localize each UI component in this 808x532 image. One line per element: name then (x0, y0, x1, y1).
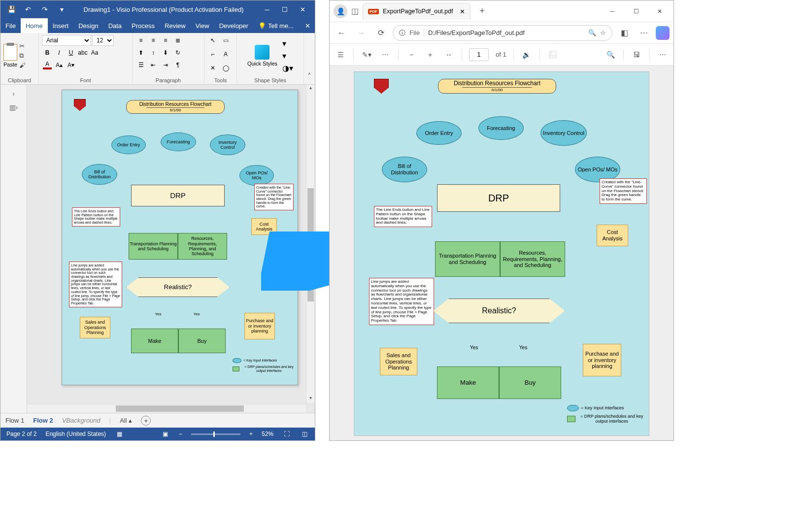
close-button[interactable]: ✕ (294, 2, 311, 16)
align-left-button[interactable]: ≡ (135, 35, 146, 46)
tab-home[interactable]: Home (21, 18, 48, 33)
page-tab-flow2[interactable]: Flow 2 (33, 417, 53, 424)
read-aloud-icon[interactable]: 🔉 (521, 49, 533, 61)
node-forecasting[interactable]: Forecasting (161, 133, 196, 151)
effects-button[interactable]: ◑▾ (282, 64, 293, 73)
pdf-viewport[interactable]: Distribution Resources Flowchart 6/1/00 … (330, 66, 673, 440)
zoom-out-button[interactable]: − (179, 431, 182, 437)
paste-button[interactable]: Paste (3, 44, 17, 67)
close-ribbon-button[interactable]: ✕ (300, 22, 315, 30)
text-tool-button[interactable]: A (220, 49, 231, 60)
tab-process[interactable]: Process (127, 18, 160, 33)
split-screen-icon[interactable]: ◧ (616, 25, 632, 41)
ellipse-tool-button[interactable]: ◯ (220, 63, 231, 73)
node-bill-distribution[interactable]: Bill of Distribution (82, 164, 117, 185)
browser-tab-pdf[interactable]: PDF ExportPageToPdf_out.pdf ✕ (363, 3, 471, 20)
redo-icon[interactable]: ↷ (38, 2, 52, 16)
text-direction-button[interactable]: ↻ (172, 47, 183, 58)
tab-review[interactable]: Review (160, 18, 191, 33)
zoom-in-button[interactable]: + (424, 49, 436, 61)
add-page-button[interactable]: + (141, 416, 151, 426)
line-button[interactable]: ▾ (282, 51, 293, 61)
page-view-icon[interactable]: ⿺ (547, 49, 559, 61)
page-tab-flow1[interactable]: Flow 1 (5, 417, 24, 424)
save-pdf-icon[interactable]: 🖫 (631, 49, 642, 61)
new-tab-button[interactable]: + (474, 4, 489, 19)
tab-developer[interactable]: Developer (214, 18, 253, 33)
workspaces-icon[interactable]: ◫ (351, 6, 359, 16)
shrink-font-button[interactable]: A▾ (66, 60, 76, 70)
node-resources[interactable]: Resources, Requirements, Planning, and S… (178, 233, 227, 260)
refresh-button[interactable]: ⟳ (373, 25, 389, 41)
font-color-button[interactable]: A (42, 60, 53, 70)
address-bar[interactable]: ⓘ File D:/Files/ExportPageToPdf_out.pdf … (393, 25, 612, 41)
paragraph-spacing-button[interactable]: ¶ (172, 60, 183, 70)
zoom-percent[interactable]: 52% (262, 431, 273, 437)
node-drp[interactable]: DRP (131, 185, 225, 206)
node-inventory-control[interactable]: Inventory Control (210, 134, 245, 155)
node-make[interactable]: Make (131, 329, 178, 353)
profile-avatar-icon[interactable]: 👤 (334, 4, 347, 18)
note-line-jumps[interactable]: Line jumps are added automatically when … (69, 262, 122, 307)
back-button[interactable]: ← (334, 25, 349, 41)
node-order-entry[interactable]: Order Entry (111, 135, 146, 154)
copy-icon[interactable]: ⧉ (19, 52, 26, 60)
strike-button[interactable]: abc (77, 47, 88, 58)
more-tools-icon[interactable]: ⋯ (379, 49, 391, 61)
site-info-icon[interactable]: ⓘ (399, 29, 405, 37)
edge-close-button[interactable]: ✕ (650, 3, 670, 20)
align-center-button[interactable]: ≡ (148, 35, 159, 46)
tab-data[interactable]: Data (103, 18, 127, 33)
horizontal-scrollbar[interactable] (27, 404, 306, 413)
scroll-down-arrow[interactable]: ▾ (306, 395, 315, 403)
align-middle-button[interactable]: ↕ (148, 47, 159, 58)
forward-button[interactable]: → (353, 25, 369, 41)
grow-font-button[interactable]: A▴ (54, 60, 65, 70)
page-number-input[interactable] (469, 48, 489, 61)
tab-insert[interactable]: Insert (48, 18, 74, 33)
align-right-button[interactable]: ≡ (160, 35, 171, 46)
copilot-icon[interactable] (656, 26, 670, 40)
connector-tool-button[interactable]: ⌐ (207, 49, 218, 60)
draw-icon[interactable]: ✎▾ (361, 49, 372, 61)
node-buy[interactable]: Buy (178, 329, 226, 353)
underline-button[interactable]: U (66, 47, 76, 58)
bold-button[interactable]: B (42, 47, 53, 58)
tab-view[interactable]: View (191, 18, 214, 33)
pdf-menu-icon[interactable]: ⋯ (657, 49, 669, 61)
fill-button[interactable]: ▾ (282, 39, 293, 48)
node-transportation[interactable]: Transportation Planning and Scheduling (129, 233, 178, 260)
edge-maximize-button[interactable]: ☐ (626, 3, 646, 20)
find-icon[interactable]: 🔍 (605, 49, 616, 61)
node-purchase-planning[interactable]: Purchase and or inventory planning (244, 313, 275, 339)
maximize-button[interactable]: ☐ (276, 2, 293, 16)
zoom-indicator-icon[interactable]: 🔍 (588, 29, 596, 36)
tell-me-search[interactable]: 💡 Tell me... (253, 22, 300, 30)
macro-recording-icon[interactable]: ▦ (115, 430, 124, 438)
bullets-button[interactable]: ☰ (135, 60, 146, 70)
node-realistic-decision[interactable]: Realistic? (126, 277, 230, 297)
italic-button[interactable]: I (54, 47, 65, 58)
connection-point-button[interactable]: ✕ (207, 63, 218, 73)
pdf-page[interactable]: Distribution Resources Flowchart 6/1/00 … (354, 71, 649, 436)
red-flag-shape[interactable] (74, 99, 86, 111)
favorite-icon[interactable]: ☆ (600, 29, 606, 36)
page-tab-all[interactable]: All ▴ (120, 417, 132, 424)
text-highlight-button[interactable]: Aa (89, 47, 100, 58)
justify-button[interactable]: ≣ (172, 35, 183, 46)
scroll-up-arrow[interactable]: ▴ (306, 85, 315, 93)
tab-close-icon[interactable]: ✕ (460, 8, 465, 15)
node-open-pos[interactable]: Open POs/ MOs (239, 165, 274, 186)
rectangle-tool-button[interactable]: ▭ (220, 35, 231, 46)
fit-width-icon[interactable]: ↔ (443, 49, 455, 61)
tab-file[interactable]: File (0, 18, 21, 33)
edge-minimize-button[interactable]: ─ (603, 3, 622, 20)
format-painter-icon[interactable]: 🖌 (19, 62, 26, 69)
fit-to-window-icon[interactable]: ⛶ (282, 430, 291, 438)
ribbon-collapse-button[interactable]: ˄ (304, 33, 315, 84)
shapes-pane-collapsed[interactable]: › ▥› (0, 85, 27, 413)
quick-styles-button[interactable]: Quick Styles (247, 45, 277, 66)
settings-menu-button[interactable]: ⋯ (636, 25, 652, 41)
note-line-ends[interactable]: The Line Ends button and Line Pattern bu… (72, 207, 120, 227)
contents-icon[interactable]: ☰ (335, 49, 346, 61)
